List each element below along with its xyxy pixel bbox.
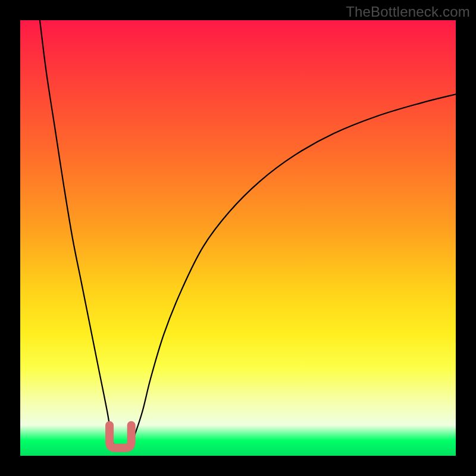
curve-left — [40, 20, 116, 449]
plot-area — [20, 20, 456, 456]
chart-frame: TheBottleneck.com — [0, 0, 476, 476]
curve-right — [129, 94, 456, 449]
min-marker-u — [109, 425, 131, 448]
bottleneck-curve — [20, 20, 456, 456]
watermark-text: TheBottleneck.com — [346, 4, 470, 20]
